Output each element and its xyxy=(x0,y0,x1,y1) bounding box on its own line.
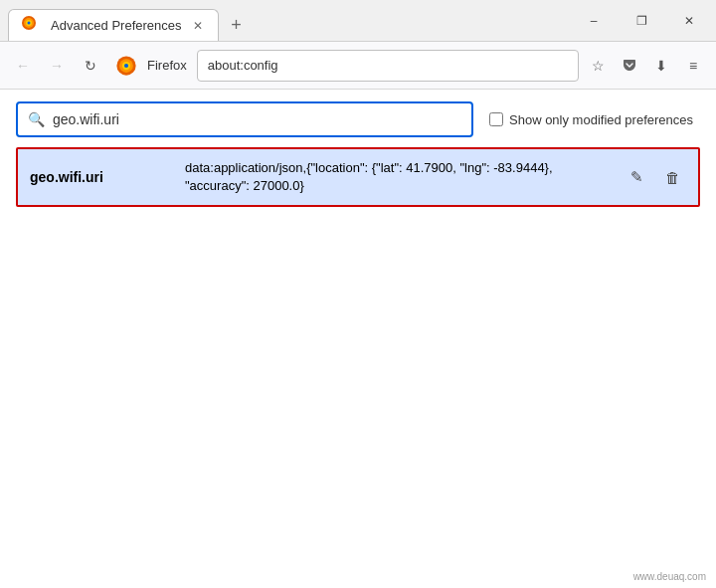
maximize-button[interactable]: ❐ xyxy=(619,0,664,41)
menu-icon[interactable]: ≡ xyxy=(678,51,708,81)
pref-name: geo.wifi.uri xyxy=(30,169,169,185)
location-bar[interactable]: about:config xyxy=(197,50,579,82)
window-controls: – ❐ ✕ xyxy=(567,0,716,41)
tab-close-button[interactable]: ✕ xyxy=(190,18,206,34)
edit-button[interactable]: ✎ xyxy=(623,163,650,191)
show-modified-checkbox[interactable] xyxy=(489,112,503,126)
titlebar: Advanced Preferences ✕ + – ❐ ✕ xyxy=(0,0,716,42)
forward-button[interactable]: → xyxy=(42,51,72,81)
search-icon: 🔍 xyxy=(28,111,45,127)
main-content: 🔍 Show only modified preferences geo.wif… xyxy=(0,90,716,588)
pref-actions: ✎ 🗑 xyxy=(623,163,686,191)
firefox-label: Firefox xyxy=(147,58,187,73)
result-row: geo.wifi.uri data:application/json,{"loc… xyxy=(18,149,698,205)
pocket-icon[interactable] xyxy=(615,51,644,81)
search-input[interactable] xyxy=(53,111,461,127)
firefox-logo xyxy=(115,55,137,77)
svg-point-3 xyxy=(28,21,31,24)
bookmark-icon[interactable]: ☆ xyxy=(583,51,613,81)
result-table: geo.wifi.uri data:application/json,{"loc… xyxy=(16,147,700,207)
search-box[interactable]: 🔍 xyxy=(16,101,473,137)
new-tab-button[interactable]: + xyxy=(223,11,251,39)
pref-value: data:application/json,{"location": {"lat… xyxy=(185,159,607,195)
delete-button[interactable]: 🗑 xyxy=(658,163,686,191)
svg-point-7 xyxy=(124,63,128,67)
show-modified-label[interactable]: Show only modified preferences xyxy=(489,112,693,127)
close-button[interactable]: ✕ xyxy=(666,0,712,41)
refresh-button[interactable]: ↻ xyxy=(76,51,105,81)
minimize-button[interactable]: – xyxy=(571,0,617,41)
tab-area: Advanced Preferences ✕ + xyxy=(0,0,567,41)
download-icon[interactable]: ⬇ xyxy=(646,51,676,81)
active-tab[interactable]: Advanced Preferences ✕ xyxy=(8,9,219,41)
watermark: www.deuaq.com xyxy=(633,571,706,582)
nav-right-icons: ☆ ⬇ ≡ xyxy=(583,51,708,81)
search-row: 🔍 Show only modified preferences xyxy=(16,101,700,137)
show-modified-text: Show only modified preferences xyxy=(509,112,693,127)
tab-favicon xyxy=(21,15,43,37)
url-display: about:config xyxy=(208,58,568,73)
navbar: ← → ↻ Firefox about:config ☆ ⬇ ≡ xyxy=(0,42,716,90)
tab-label: Advanced Preferences xyxy=(51,18,182,33)
back-button[interactable]: ← xyxy=(8,51,38,81)
